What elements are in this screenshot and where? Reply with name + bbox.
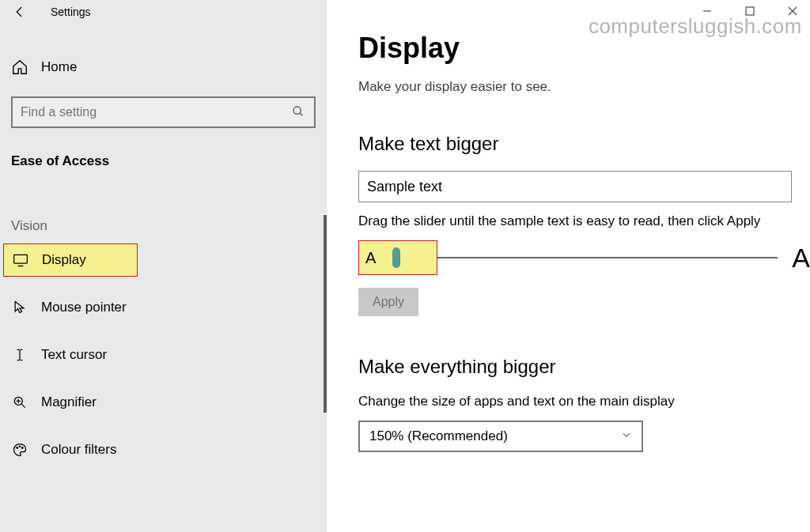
svg-point-4 [19,446,21,447]
back-arrow-icon[interactable] [11,3,28,21]
sidebar-item-display[interactable]: Display [3,243,138,277]
section-make-everything-bigger: Make everything bigger [358,356,810,378]
dropdown-value: 150% (Recommended) [369,428,508,444]
cursor-icon [11,299,28,316]
home-label: Home [41,59,77,75]
slider-thumb[interactable] [392,247,400,268]
small-a-label: A [365,249,376,267]
section-make-text-bigger: Make text bigger [358,133,810,155]
sidebar-item-label: Display [42,252,86,268]
svg-point-5 [22,447,24,449]
titlebar: Settings [0,0,327,24]
sample-text-box: Sample text [358,171,792,202]
slider-instruction: Drag the slider until the sample text is… [358,213,810,229]
sidebar-item-colour-filters[interactable]: Colour filters [0,433,327,466]
chevron-down-icon [621,428,632,444]
page-subtitle: Make your display easier to see. [358,79,810,95]
search-icon [292,105,306,119]
sidebar-item-label: Magnifier [41,394,97,410]
group-label: Vision [11,218,327,234]
section-label: Ease of Access [11,153,327,169]
search-box[interactable] [11,96,316,128]
sidebar-item-label: Colour filters [41,442,116,458]
svg-rect-1 [14,255,28,263]
search-input[interactable] [21,105,292,119]
main-content: computersluggish.com Display Make your d… [327,0,810,532]
svg-point-0 [293,107,301,114]
text-cursor-icon [11,346,28,364]
text-size-slider[interactable]: A A [358,240,810,275]
scale-dropdown[interactable]: 150% (Recommended) [358,421,643,452]
sidebar-item-magnifier[interactable]: Magnifier [0,386,327,419]
apply-button[interactable]: Apply [358,288,418,316]
watermark: computersluggish.com [589,14,802,39]
magnifier-icon [11,394,28,411]
everything-bigger-desc: Change the size of apps and text on the … [358,394,810,409]
monitor-icon [12,251,29,269]
sidebar: Settings Home Ease of Access Vision Disp… [0,0,327,532]
palette-icon [11,441,28,458]
big-a-label: A [792,243,810,274]
sidebar-item-text-cursor[interactable]: Text cursor [0,338,327,372]
sidebar-item-mouse-pointer[interactable]: Mouse pointer [0,291,327,324]
sidebar-item-label: Mouse pointer [41,300,127,315]
svg-point-3 [17,447,18,449]
sidebar-item-label: Text cursor [41,347,107,363]
slider-track[interactable] [437,257,778,258]
home-icon [11,58,28,76]
slider-highlight: A [358,240,437,275]
home-nav[interactable]: Home [0,46,327,89]
window-title: Settings [51,6,91,18]
